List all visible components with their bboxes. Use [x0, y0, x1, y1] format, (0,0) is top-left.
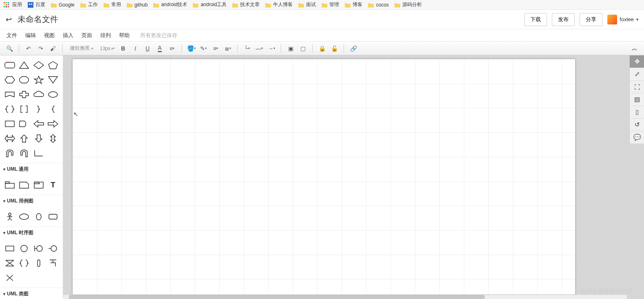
- send-back-icon[interactable]: ▢: [298, 43, 308, 54]
- outline-icon[interactable]: ▤: [630, 93, 644, 106]
- shape-ellipse-thought[interactable]: [46, 87, 61, 102]
- menu-file[interactable]: 文件: [7, 32, 17, 39]
- crop-icon[interactable]: ⛶: [630, 81, 644, 93]
- category-uml-general[interactable]: UML 通用: [0, 163, 63, 175]
- bookmark-item-4[interactable]: android技术: [153, 1, 187, 8]
- line-width-icon[interactable]: ≣▾: [223, 43, 233, 54]
- shape-octagon[interactable]: [17, 73, 32, 87]
- bookmark-item-5[interactable]: android工具: [193, 1, 227, 8]
- italic-icon[interactable]: I: [130, 43, 141, 54]
- shape-arrow-both[interactable]: [2, 131, 17, 146]
- apps-icon[interactable]: [3, 2, 10, 8]
- connector-type-icon[interactable]: └▾: [242, 43, 252, 54]
- bookmark-item-10[interactable]: 博客: [345, 1, 362, 8]
- navigator-icon[interactable]: ✥: [630, 55, 644, 68]
- menu-page[interactable]: 页面: [82, 32, 92, 39]
- shape-arrow-right[interactable]: [46, 117, 61, 131]
- shape-seq-boundary[interactable]: [31, 241, 46, 256]
- shape-document[interactable]: [2, 117, 17, 131]
- shape-cloud[interactable]: [31, 87, 46, 102]
- back-arrow-icon[interactable]: ↩: [6, 15, 12, 24]
- page-icon[interactable]: ▯: [630, 106, 644, 119]
- shape-uturn-right[interactable]: [17, 146, 32, 160]
- shape-usecase-rect[interactable]: [46, 209, 61, 224]
- font-color-icon[interactable]: A: [154, 43, 165, 54]
- unlock-icon[interactable]: 🔓: [329, 43, 340, 54]
- format-painter-icon[interactable]: 🖌: [48, 43, 58, 54]
- align-icon[interactable]: ≡▾: [167, 43, 177, 54]
- category-uml-class[interactable]: UML 类图: [0, 288, 63, 299]
- shape-arrow-updown[interactable]: [46, 131, 61, 146]
- shape-uml-text[interactable]: T: [46, 178, 61, 192]
- canvas-page[interactable]: [72, 59, 576, 295]
- shape-uml-note[interactable]: [17, 178, 32, 192]
- shape-actor[interactable]: [2, 209, 17, 224]
- underline-icon[interactable]: U: [142, 43, 153, 54]
- shape-corner[interactable]: [31, 146, 46, 160]
- shape-uml-frame[interactable]: [31, 178, 46, 192]
- bookmark-item-12[interactable]: 源码分析: [395, 1, 422, 8]
- shape-usecase-ellipse[interactable]: [17, 209, 32, 224]
- shape-inverted-triangle[interactable]: [46, 73, 61, 87]
- shape-seq-lifeline-circle[interactable]: [17, 241, 32, 256]
- shape-uml-package[interactable]: [2, 178, 17, 192]
- menu-arrange[interactable]: 排列: [100, 32, 111, 39]
- bookmark-item-6[interactable]: 技术文章: [232, 1, 260, 8]
- shape-uturn-left[interactable]: [2, 146, 17, 160]
- shape-brace-right[interactable]: [31, 102, 46, 117]
- bring-front-icon[interactable]: ▣: [285, 43, 296, 54]
- shape-hexagon[interactable]: [2, 73, 17, 87]
- shape-seq-lifeline-rect[interactable]: [2, 241, 17, 256]
- shape-banner[interactable]: [2, 87, 17, 102]
- canvas-area[interactable]: [63, 55, 644, 299]
- shape-arrow-up[interactable]: [17, 131, 32, 146]
- shape-arrow-down[interactable]: [31, 131, 46, 146]
- arrow-type-icon[interactable]: →▾: [266, 43, 277, 54]
- document-title[interactable]: 未命名文件: [18, 14, 58, 25]
- bookmark-item-8[interactable]: 面试: [298, 1, 316, 8]
- horizontal-scrollbar[interactable]: [63, 295, 627, 299]
- shape-brace-open[interactable]: [2, 102, 17, 117]
- shape-brace-left[interactable]: [46, 102, 61, 117]
- shape-seq-alt[interactable]: [17, 256, 32, 270]
- menu-view[interactable]: 视图: [44, 32, 55, 39]
- link-icon[interactable]: 🔗: [348, 43, 359, 54]
- bookmark-item-2[interactable]: 常用: [104, 1, 121, 8]
- shape-seq-bar[interactable]: [31, 256, 46, 270]
- collapse-toolbar-icon[interactable]: ︽: [629, 43, 640, 54]
- share-button[interactable]: 分享: [580, 13, 602, 26]
- user-menu[interactable]: foxlee ▾: [607, 15, 638, 24]
- font-size-select[interactable]: 13px ▴▾: [98, 46, 116, 51]
- menu-insert[interactable]: 插入: [63, 32, 73, 39]
- bookmark-item-0[interactable]: Google: [51, 2, 75, 8]
- bold-icon[interactable]: B: [118, 43, 128, 54]
- shape-seq-activation[interactable]: [2, 256, 17, 270]
- publish-button[interactable]: 发布: [552, 13, 575, 26]
- shape-plus[interactable]: [17, 87, 32, 102]
- bookmark-item-7[interactable]: 牛人博客: [265, 1, 293, 8]
- line-style-icon[interactable]: ≡▾: [210, 43, 221, 54]
- download-button[interactable]: 下载: [524, 13, 547, 26]
- bookmark-item-3[interactable]: github: [127, 2, 148, 8]
- bookmark-item-1[interactable]: 工作: [80, 1, 98, 8]
- bookmark-apps[interactable]: 应用: [12, 1, 22, 8]
- bookmark-item-11[interactable]: cocos: [368, 2, 388, 8]
- line-color-icon[interactable]: ✎▾: [198, 43, 209, 54]
- comments-icon[interactable]: 💬: [630, 131, 644, 144]
- lock-icon[interactable]: 🔒: [317, 43, 327, 54]
- history-icon[interactable]: ↺: [630, 119, 644, 131]
- metrics-icon[interactable]: ⤢: [630, 68, 644, 81]
- fill-color-icon[interactable]: 🪣▾: [186, 43, 196, 54]
- shape-seq-control[interactable]: [46, 241, 61, 256]
- category-uml-sequence[interactable]: UML 时序图: [0, 226, 63, 239]
- shape-half-circle[interactable]: [17, 117, 32, 131]
- redo-icon[interactable]: ↷: [35, 43, 46, 54]
- shape-usecase-oval[interactable]: [31, 209, 46, 224]
- category-uml-usecase[interactable]: UML 用例图: [0, 195, 63, 207]
- shape-triangle[interactable]: [17, 58, 32, 73]
- undo-icon[interactable]: ↶: [23, 43, 34, 54]
- shape-rounded-rect[interactable]: [2, 58, 17, 73]
- bookmark-item-9[interactable]: 管理: [322, 1, 339, 8]
- menu-edit[interactable]: 编辑: [25, 32, 36, 39]
- font-family-select[interactable]: 微软雅黑 ▾: [67, 45, 97, 52]
